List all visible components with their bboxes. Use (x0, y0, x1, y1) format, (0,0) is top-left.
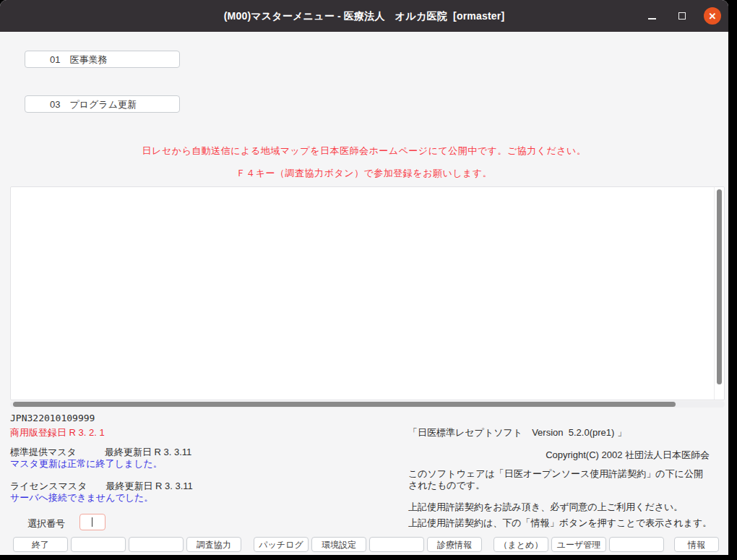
maximize-button[interactable] (673, 7, 691, 25)
product-version: 「日医標準レセプトソフト Version 5.2.0(pre1) 」 (408, 426, 626, 439)
titlebar[interactable]: (M00)マスターメニュー - 医療法人 オルカ医院 [ormaster] ✕ (0, 0, 728, 32)
commercial-registration-date: 商用版登録日 R 3. 2. 1 (10, 426, 105, 439)
window-title: (M00)マスターメニュー - 医療法人 オルカ医院 [ormaster] (0, 0, 728, 32)
app-window: (M00)マスターメニュー - 医療法人 オルカ医院 [ormaster] ✕ … (0, 0, 728, 555)
text-cursor (92, 517, 92, 527)
maximize-icon (678, 12, 686, 20)
license-note-1: 上記使用許諾契約をお読み頂き、必ず同意の上ご利用ください。 (408, 501, 683, 514)
horizontal-scrollbar[interactable] (10, 401, 725, 408)
selection-number-label: 選択番号 (27, 517, 65, 530)
copyright: Copyright(C) 2002 社団法人日本医師会 (408, 449, 710, 462)
standard-master-message: マスタ更新は正常に終了しました。 (10, 457, 163, 470)
fkey-patch-log-button[interactable]: パッチログ (254, 537, 309, 552)
fkey-empty-button-11[interactable] (609, 537, 664, 552)
function-key-row: 終了 調査協力 パッチログ 環境設定 診療情報 （まとめ） ユーザ管理 情報 (13, 537, 719, 552)
selection-number-field (79, 514, 105, 530)
menu-item-program-update[interactable]: 03 プログラム更新 (25, 95, 180, 113)
horizontal-scrollbar-thumb[interactable] (13, 402, 676, 407)
minimize-button[interactable] (643, 7, 660, 25)
fkey-empty-button-3[interactable] (129, 537, 184, 552)
vertical-scrollbar-thumb[interactable] (717, 189, 722, 384)
license-master-message: サーバへ接続できませんでした。 (10, 491, 153, 504)
license-note-2: 上記使用許諾契約は、下の「情報」ボタンを押すことで表示されます。 (408, 517, 712, 530)
fkey-info-button[interactable]: 情報 (674, 537, 719, 552)
fkey-exit-button[interactable]: 終了 (13, 537, 68, 552)
selection-number-input[interactable] (79, 514, 105, 530)
vertical-scrollbar[interactable] (714, 187, 724, 400)
window-controls: ✕ (643, 0, 721, 32)
notice-line-1: 日レセから自動送信による地域マップを日本医師会ホームページにて公開中です。ご協力… (0, 145, 728, 158)
fkey-empty-button-7[interactable] (369, 537, 424, 552)
content-list-pane[interactable] (10, 186, 725, 400)
fkey-empty-button-2[interactable] (71, 537, 126, 552)
fkey-medical-info-button[interactable]: 診療情報 (427, 537, 482, 552)
license-intro: このソフトウェアは「日医オープンソース使用許諾契約」の下に公開 されたものです。 (408, 468, 719, 491)
fkey-env-settings-button[interactable]: 環境設定 (311, 537, 366, 552)
notice-line-2: Ｆ４キー（調査協力ボタン）で参加登録をお願いします。 (0, 167, 728, 180)
close-icon: ✕ (709, 12, 717, 21)
minimize-icon (648, 18, 656, 20)
close-button[interactable]: ✕ (704, 7, 721, 25)
serial-number: JPN322010109999 (10, 413, 95, 423)
fkey-user-admin-button[interactable]: ユーザ管理 (551, 537, 606, 552)
fkey-survey-coop-button[interactable]: 調査協力 (186, 537, 241, 552)
menu-item-medical-affairs[interactable]: 01 医事業務 (25, 51, 180, 68)
fkey-summary-button[interactable]: （まとめ） (494, 537, 548, 552)
